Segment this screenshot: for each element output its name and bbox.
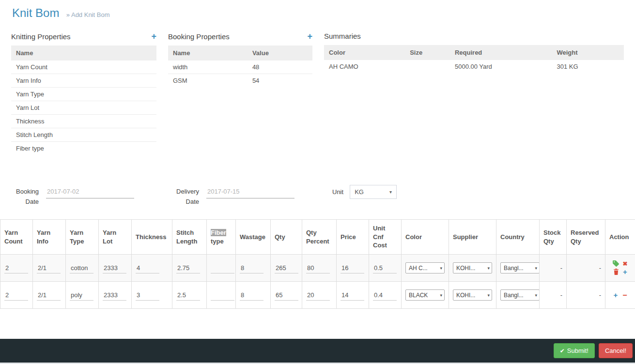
fiber-header-rest-text: type — [211, 238, 224, 245]
table-row: Fiber type — [11, 142, 156, 155]
tag-icon[interactable] — [613, 260, 619, 267]
color-select-value: BLACK — [409, 292, 428, 299]
stock-qty-value: - — [540, 255, 567, 282]
unit-select-value: KG — [355, 188, 364, 196]
yarn-type-input[interactable] — [70, 290, 93, 301]
page-title: Knit Bom — [12, 6, 59, 20]
summary-weight: 301 KG — [552, 60, 624, 73]
price-input[interactable] — [341, 263, 364, 273]
country-select-value: Bangl... — [504, 265, 524, 272]
breadcrumb-item: Add Knit Bom — [71, 11, 110, 18]
yarn-count-input[interactable] — [4, 263, 28, 273]
reserved-qty-value: - — [567, 255, 605, 282]
action-cell: + − — [605, 282, 635, 309]
col-unit-cnf-cost: Unit Cnf Cost — [369, 220, 402, 255]
add-row-icon[interactable]: + — [623, 268, 627, 275]
knitting-properties-panel: Knitting Properties + Name Yarn Count Ya… — [11, 30, 156, 155]
unit-cnf-cost-input[interactable] — [373, 290, 397, 301]
knitting-property: Stitch Length — [11, 128, 156, 142]
caret-down-icon: ▾ — [535, 293, 537, 298]
breadcrumb: » Add Knit Bom — [66, 11, 110, 18]
knitting-property: Yarn Count — [11, 61, 156, 74]
knitting-property: Thickness — [11, 115, 156, 128]
knitting-property: Yarn Lot — [11, 101, 156, 115]
column-header-name: Name — [11, 46, 156, 61]
delivery-date-group: Delivery Date — [172, 185, 294, 207]
caret-down-icon: ▾ — [440, 293, 442, 298]
delivery-date-input[interactable] — [206, 185, 294, 198]
qty-percent-input[interactable] — [306, 290, 330, 301]
booking-properties-title: Booking Properties — [168, 32, 230, 41]
yarn-type-input[interactable] — [70, 263, 93, 273]
table-row: Stitch Length — [11, 128, 156, 142]
price-input[interactable] — [341, 290, 364, 301]
summary-size — [405, 60, 450, 73]
remove-icon[interactable]: ✖ — [622, 261, 627, 267]
cancel-button[interactable]: Cancel! — [599, 343, 633, 358]
col-country: Country — [496, 220, 540, 255]
yarn-info-input[interactable] — [37, 290, 61, 301]
properties-panels: Knitting Properties + Name Yarn Count Ya… — [0, 30, 635, 155]
booking-date-input[interactable] — [46, 185, 134, 198]
page-header: Knit Bom » Add Knit Bom — [0, 0, 635, 22]
check-icon: ✔ — [560, 348, 565, 354]
supplier-select-value: KOHI... — [456, 292, 475, 299]
add-knitting-property-icon[interactable]: + — [151, 32, 156, 41]
bom-table: Yarn Count Yarn Info Yarn Type Yarn Lot … — [0, 219, 635, 309]
wastage-input[interactable] — [240, 263, 263, 273]
knitting-property: Yarn Type — [11, 88, 156, 101]
col-reserved-qty: Reserved Qty — [567, 220, 605, 255]
color-select[interactable]: BLACK▾ — [405, 289, 445, 301]
submit-button[interactable]: ✔Submit! — [554, 343, 595, 358]
add-row-icon[interactable]: + — [613, 291, 618, 299]
thickness-input[interactable] — [136, 263, 159, 273]
wastage-input[interactable] — [240, 290, 263, 301]
qty-input[interactable] — [275, 263, 298, 273]
booking-property-name: width — [168, 61, 248, 74]
thickness-input[interactable] — [136, 290, 159, 301]
bom-row: BLACK▾ KOHI...▾ Bangl...▾ - - + − — [0, 282, 635, 309]
table-row: GSM 54 — [168, 74, 312, 88]
booking-date-group: Booking Date — [12, 185, 134, 207]
column-header-name: Name — [168, 46, 248, 61]
unit-select[interactable]: KG ▾ — [350, 185, 397, 199]
fiber-type-input[interactable] — [211, 290, 234, 301]
stitch-length-input[interactable] — [176, 290, 200, 301]
col-stitch-length: Stitch Length — [172, 220, 207, 255]
booking-properties-panel: Booking Properties + Name Value width 48… — [168, 30, 312, 155]
stitch-length-input[interactable] — [176, 263, 200, 273]
summaries-table: Color Size Required Weight AH CAMO 5000.… — [324, 45, 624, 73]
supplier-select[interactable]: KOHI...▾ — [453, 289, 492, 301]
summary-color: AH CAMO — [324, 60, 405, 73]
caret-down-icon: ▾ — [535, 266, 537, 271]
country-select[interactable]: Bangl...▾ — [500, 262, 540, 273]
knitting-property: Fiber type — [11, 142, 156, 155]
yarn-lot-input[interactable] — [103, 290, 126, 301]
add-booking-property-icon[interactable]: + — [307, 32, 312, 41]
bom-row: AH C...▾ KOHI...▾ Bangl...▾ - - ✖ + — [0, 255, 635, 282]
booking-property-name: GSM — [168, 74, 248, 88]
caret-down-icon: ▾ — [440, 266, 442, 271]
qty-percent-input[interactable] — [306, 263, 330, 273]
booking-property-value: 48 — [248, 61, 312, 74]
col-qty-percent: Qty Percent — [302, 220, 337, 255]
fiber-header-selected-text: Fiber — [211, 229, 226, 236]
unit-cnf-cost-input[interactable] — [373, 263, 397, 273]
yarn-info-input[interactable] — [37, 263, 61, 273]
yarn-lot-input[interactable] — [103, 263, 126, 273]
fiber-type-input[interactable] — [211, 263, 234, 273]
qty-input[interactable] — [275, 290, 298, 301]
col-price: Price — [337, 220, 369, 255]
column-header-value: Value — [248, 46, 312, 61]
stock-qty-value: - — [540, 282, 567, 309]
country-select[interactable]: Bangl...▾ — [500, 289, 540, 301]
knitting-properties-table: Name Yarn Count Yarn Info Yarn Type Yarn… — [11, 46, 156, 155]
color-select[interactable]: AH C...▾ — [405, 262, 445, 273]
supplier-select[interactable]: KOHI...▾ — [453, 262, 492, 273]
delivery-date-label: Delivery Date — [172, 185, 199, 207]
column-header-weight: Weight — [552, 45, 624, 60]
remove-row-icon[interactable]: − — [622, 291, 627, 299]
yarn-count-input[interactable] — [4, 290, 28, 301]
knitting-properties-title: Knitting Properties — [11, 32, 71, 41]
trash-icon[interactable] — [613, 269, 619, 275]
